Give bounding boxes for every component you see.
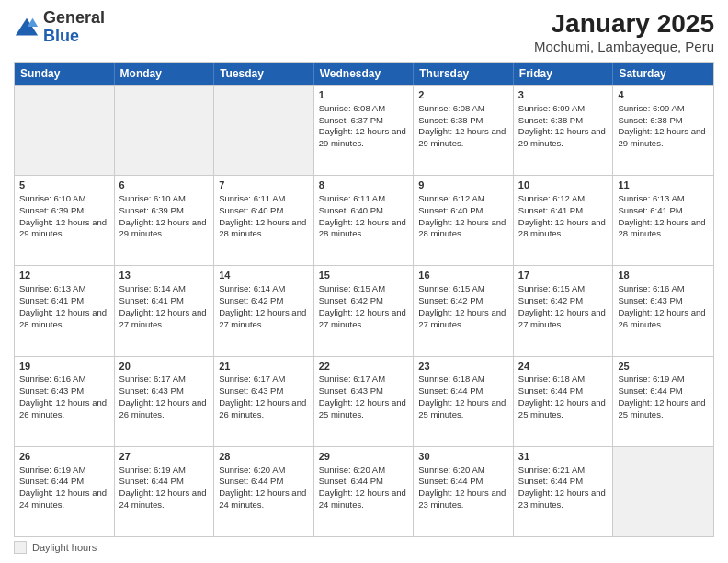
day-info: Sunset: 6:44 PM bbox=[219, 476, 309, 488]
day-info: Daylight: 12 hours and 28 minutes. bbox=[219, 217, 309, 241]
day-info: Sunrise: 6:17 AM bbox=[319, 373, 409, 385]
cal-cell-week5-day5: 31Sunrise: 6:21 AMSunset: 6:44 PMDayligh… bbox=[514, 447, 614, 536]
page-title: January 2025 bbox=[534, 9, 714, 39]
day-number: 6 bbox=[119, 178, 210, 192]
day-number: 14 bbox=[219, 269, 309, 282]
day-info: Daylight: 12 hours and 28 minutes. bbox=[418, 217, 508, 241]
col-saturday: Saturday bbox=[613, 63, 713, 85]
col-wednesday: Wednesday bbox=[314, 63, 415, 85]
day-info: Sunset: 6:41 PM bbox=[518, 205, 609, 217]
day-number: 22 bbox=[319, 360, 409, 373]
day-info: Daylight: 12 hours and 25 minutes. bbox=[518, 397, 609, 421]
day-number: 25 bbox=[618, 360, 709, 373]
col-sunday: Sunday bbox=[15, 63, 115, 85]
page-subtitle: Mochumi, Lambayeque, Peru bbox=[534, 39, 714, 54]
day-number: 29 bbox=[319, 450, 409, 464]
day-info: Sunset: 6:42 PM bbox=[219, 295, 309, 307]
day-info: Sunset: 6:44 PM bbox=[518, 385, 609, 397]
day-info: Sunset: 6:39 PM bbox=[119, 205, 210, 217]
day-info: Sunrise: 6:10 AM bbox=[119, 193, 210, 205]
cal-cell-week3-day1: 13Sunrise: 6:14 AMSunset: 6:41 PMDayligh… bbox=[115, 266, 215, 355]
day-number: 27 bbox=[119, 450, 210, 464]
day-info: Sunset: 6:40 PM bbox=[418, 205, 508, 217]
day-info: Sunset: 6:44 PM bbox=[418, 476, 508, 488]
day-info: Sunrise: 6:11 AM bbox=[319, 193, 409, 205]
cal-cell-week3-day5: 17Sunrise: 6:15 AMSunset: 6:42 PMDayligh… bbox=[514, 266, 614, 355]
day-number: 21 bbox=[219, 360, 309, 373]
day-info: Daylight: 12 hours and 28 minutes. bbox=[319, 217, 409, 241]
day-number: 16 bbox=[418, 269, 508, 282]
day-number: 4 bbox=[618, 88, 709, 102]
legend-label: Daylight hours bbox=[32, 542, 97, 553]
day-info: Sunset: 6:37 PM bbox=[319, 115, 409, 127]
day-number: 1 bbox=[319, 88, 409, 102]
day-info: Daylight: 12 hours and 24 minutes. bbox=[319, 488, 409, 511]
day-number: 15 bbox=[319, 269, 409, 282]
cal-cell-week5-day1: 27Sunrise: 6:19 AMSunset: 6:44 PMDayligh… bbox=[115, 447, 215, 536]
day-info: Sunrise: 6:14 AM bbox=[119, 283, 210, 295]
day-info: Sunset: 6:41 PM bbox=[19, 295, 109, 307]
day-number: 18 bbox=[618, 269, 709, 282]
cal-cell-week1-day6: 4Sunrise: 6:09 AMSunset: 6:38 PMDaylight… bbox=[613, 86, 713, 175]
day-info: Sunrise: 6:19 AM bbox=[119, 465, 210, 477]
logo: General Blue bbox=[14, 9, 105, 46]
cal-cell-week4-day0: 19Sunrise: 6:16 AMSunset: 6:43 PMDayligh… bbox=[15, 357, 115, 446]
day-info: Sunrise: 6:20 AM bbox=[219, 465, 309, 477]
day-number: 28 bbox=[219, 450, 309, 464]
day-info: Daylight: 12 hours and 24 minutes. bbox=[219, 488, 309, 511]
svg-marker-0 bbox=[16, 18, 38, 36]
day-number: 11 bbox=[618, 178, 709, 192]
day-info: Sunrise: 6:13 AM bbox=[618, 193, 709, 205]
cal-cell-week2-day5: 10Sunrise: 6:12 AMSunset: 6:41 PMDayligh… bbox=[514, 176, 614, 265]
day-info: Daylight: 12 hours and 26 minutes. bbox=[119, 397, 210, 421]
legend: Daylight hours bbox=[14, 541, 714, 554]
day-info: Sunset: 6:38 PM bbox=[618, 115, 709, 127]
page-header: General Blue January 2025 Mochumi, Lamba… bbox=[14, 9, 714, 54]
cal-cell-week5-day2: 28Sunrise: 6:20 AMSunset: 6:44 PMDayligh… bbox=[214, 447, 314, 536]
cal-cell-week2-day6: 11Sunrise: 6:13 AMSunset: 6:41 PMDayligh… bbox=[613, 176, 713, 265]
day-number: 23 bbox=[418, 360, 508, 373]
day-info: Sunset: 6:44 PM bbox=[518, 476, 609, 488]
cal-cell-week5-day3: 29Sunrise: 6:20 AMSunset: 6:44 PMDayligh… bbox=[314, 447, 415, 536]
day-info: Sunset: 6:42 PM bbox=[518, 295, 609, 307]
day-info: Daylight: 12 hours and 24 minutes. bbox=[19, 488, 109, 511]
cal-week-3: 12Sunrise: 6:13 AMSunset: 6:41 PMDayligh… bbox=[15, 265, 713, 355]
day-info: Sunset: 6:43 PM bbox=[219, 385, 309, 397]
day-info: Daylight: 12 hours and 25 minutes. bbox=[618, 397, 709, 421]
day-info: Sunrise: 6:15 AM bbox=[418, 283, 508, 295]
day-info: Daylight: 12 hours and 27 minutes. bbox=[518, 307, 609, 331]
cal-cell-week2-day2: 7Sunrise: 6:11 AMSunset: 6:40 PMDaylight… bbox=[214, 176, 314, 265]
day-number: 13 bbox=[119, 269, 210, 282]
day-number: 8 bbox=[319, 178, 409, 192]
day-info: Daylight: 12 hours and 23 minutes. bbox=[418, 488, 508, 511]
day-info: Daylight: 12 hours and 29 minutes. bbox=[19, 217, 109, 241]
day-info: Sunrise: 6:16 AM bbox=[19, 373, 109, 385]
cal-cell-week3-day0: 12Sunrise: 6:13 AMSunset: 6:41 PMDayligh… bbox=[15, 266, 115, 355]
day-info: Daylight: 12 hours and 25 minutes. bbox=[319, 397, 409, 421]
day-number: 19 bbox=[19, 360, 109, 373]
day-info: Daylight: 12 hours and 27 minutes. bbox=[418, 307, 508, 331]
cal-cell-week4-day4: 23Sunrise: 6:18 AMSunset: 6:44 PMDayligh… bbox=[414, 357, 514, 446]
day-number: 20 bbox=[119, 360, 210, 373]
day-number: 12 bbox=[19, 269, 109, 282]
cal-cell-week1-day1 bbox=[115, 86, 215, 175]
day-info: Sunrise: 6:17 AM bbox=[119, 373, 210, 385]
day-info: Sunset: 6:43 PM bbox=[319, 385, 409, 397]
day-info: Sunset: 6:40 PM bbox=[219, 205, 309, 217]
day-info: Daylight: 12 hours and 27 minutes. bbox=[119, 307, 210, 331]
day-info: Daylight: 12 hours and 29 minutes. bbox=[618, 126, 709, 150]
cal-cell-week3-day3: 15Sunrise: 6:15 AMSunset: 6:42 PMDayligh… bbox=[314, 266, 415, 355]
cal-week-5: 26Sunrise: 6:19 AMSunset: 6:44 PMDayligh… bbox=[15, 446, 713, 536]
day-info: Daylight: 12 hours and 27 minutes. bbox=[219, 307, 309, 331]
day-info: Sunset: 6:44 PM bbox=[418, 385, 508, 397]
day-info: Sunrise: 6:20 AM bbox=[418, 465, 508, 477]
cal-cell-week1-day0 bbox=[15, 86, 115, 175]
day-number: 31 bbox=[518, 450, 609, 464]
day-number: 26 bbox=[19, 450, 109, 464]
day-info: Daylight: 12 hours and 27 minutes. bbox=[319, 307, 409, 331]
day-info: Sunrise: 6:19 AM bbox=[19, 465, 109, 477]
cal-cell-week5-day0: 26Sunrise: 6:19 AMSunset: 6:44 PMDayligh… bbox=[15, 447, 115, 536]
cal-cell-week5-day6 bbox=[613, 447, 713, 536]
day-number: 17 bbox=[518, 269, 609, 282]
day-info: Daylight: 12 hours and 24 minutes. bbox=[119, 488, 210, 511]
